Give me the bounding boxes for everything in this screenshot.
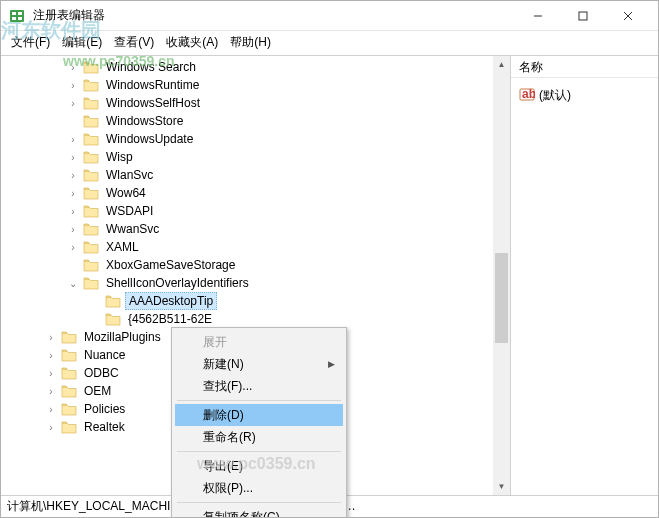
tree-item-label: MozillaPlugins [81, 329, 164, 345]
folder-icon [83, 114, 99, 128]
scroll-thumb[interactable] [495, 253, 508, 343]
tree-item-label: Policies [81, 401, 128, 417]
tree-item[interactable]: XboxGameSaveStorage [3, 256, 510, 274]
string-value-icon: ab [519, 86, 535, 105]
expand-icon[interactable]: › [45, 332, 57, 343]
folder-icon [83, 150, 99, 164]
close-button[interactable] [605, 2, 650, 30]
tree-item-label: WlanSvc [103, 167, 156, 183]
ctx-delete[interactable]: 删除(D) [175, 404, 343, 426]
expand-icon[interactable]: › [67, 242, 79, 253]
tree-item[interactable]: ›Wisp [3, 148, 510, 166]
svg-rect-1 [12, 12, 16, 15]
scroll-track[interactable] [493, 73, 510, 478]
tree-item-label: WindowsSelfHost [103, 95, 203, 111]
folder-icon [83, 204, 99, 218]
scroll-down-button[interactable]: ▼ [493, 478, 510, 495]
ctx-new[interactable]: 新建(N)▶ [175, 353, 343, 375]
tree-item[interactable]: ›Windows Search [3, 58, 510, 76]
tree-item[interactable]: ›WwanSvc [3, 220, 510, 238]
expand-icon[interactable]: › [45, 386, 57, 397]
folder-icon [83, 276, 99, 290]
expand-icon[interactable]: › [45, 404, 57, 415]
folder-icon [61, 348, 77, 362]
expand-icon[interactable]: › [67, 188, 79, 199]
expand-icon[interactable]: › [67, 224, 79, 235]
folder-icon [83, 258, 99, 272]
folder-icon [61, 384, 77, 398]
tree-item-label: Wisp [103, 149, 136, 165]
svg-rect-3 [12, 17, 16, 20]
tree-item[interactable]: ›XAML [3, 238, 510, 256]
expand-icon[interactable]: › [45, 350, 57, 361]
tree-item[interactable]: AAADesktopTip [3, 292, 510, 310]
tree-item[interactable]: ›WindowsUpdate [3, 130, 510, 148]
tree-item[interactable]: WindowsStore [3, 112, 510, 130]
tree-item[interactable]: ›WSDAPI [3, 202, 510, 220]
expand-icon[interactable]: › [67, 62, 79, 73]
list-pane[interactable]: 名称 ab (默认) [511, 56, 658, 495]
list-header-name[interactable]: 名称 [511, 56, 658, 78]
expand-icon[interactable]: › [67, 134, 79, 145]
svg-text:ab: ab [522, 87, 535, 101]
svg-rect-2 [18, 12, 22, 15]
maximize-button[interactable] [560, 2, 605, 30]
expand-icon[interactable]: › [45, 422, 57, 433]
tree-item[interactable]: ›WindowsSelfHost [3, 94, 510, 112]
folder-icon [83, 186, 99, 200]
ctx-rename[interactable]: 重命名(R) [175, 426, 343, 448]
regedit-icon [9, 8, 25, 24]
scroll-up-button[interactable]: ▲ [493, 56, 510, 73]
expand-icon[interactable]: › [67, 206, 79, 217]
menu-view[interactable]: 查看(V) [108, 32, 160, 53]
expand-icon[interactable]: › [67, 98, 79, 109]
tree-item[interactable]: ›Wow64 [3, 184, 510, 202]
folder-icon [61, 366, 77, 380]
tree-item-label: Windows Search [103, 59, 199, 75]
ctx-export[interactable]: 导出(E) [175, 455, 343, 477]
list-item-name: (默认) [539, 87, 571, 104]
tree-item-label: Nuance [81, 347, 128, 363]
window-title: 注册表编辑器 [33, 7, 515, 24]
vertical-scrollbar[interactable]: ▲ ▼ [493, 56, 510, 495]
folder-icon [83, 222, 99, 236]
ctx-find[interactable]: 查找(F)... [175, 375, 343, 397]
tree-item-label: ShellIconOverlayIdentifiers [103, 275, 252, 291]
menu-edit[interactable]: 编辑(E) [56, 32, 108, 53]
expand-icon[interactable]: › [67, 80, 79, 91]
tree-item-label: Realtek [81, 419, 128, 435]
titlebar: 注册表编辑器 [1, 1, 658, 31]
folder-icon [83, 168, 99, 182]
collapse-icon[interactable]: ⌄ [67, 278, 79, 289]
ctx-copy-key-name[interactable]: 复制项名称(C) [175, 506, 343, 518]
separator [177, 451, 341, 452]
menu-help[interactable]: 帮助(H) [224, 32, 277, 53]
tree-item[interactable]: ›WlanSvc [3, 166, 510, 184]
menu-favorites[interactable]: 收藏夹(A) [160, 32, 224, 53]
tree-item-label: ODBC [81, 365, 122, 381]
tree-item-label: WindowsStore [103, 113, 186, 129]
svg-rect-6 [579, 12, 587, 20]
submenu-arrow-icon: ▶ [328, 359, 335, 369]
ctx-expand: 展开 [175, 331, 343, 353]
folder-icon [83, 132, 99, 146]
minimize-button[interactable] [515, 2, 560, 30]
ctx-permissions[interactable]: 权限(P)... [175, 477, 343, 499]
tree-item[interactable]: {4562B511-62E [3, 310, 510, 328]
expand-icon[interactable]: › [45, 368, 57, 379]
context-menu: 展开 新建(N)▶ 查找(F)... 删除(D) 重命名(R) 导出(E) 权限… [171, 327, 347, 518]
expand-icon[interactable]: › [67, 152, 79, 163]
separator [177, 502, 341, 503]
tree-item-label: XAML [103, 239, 142, 255]
menu-file[interactable]: 文件(F) [5, 32, 56, 53]
list-item[interactable]: ab (默认) [517, 84, 652, 107]
tree-item-label: WindowsUpdate [103, 131, 196, 147]
tree-item-label: WSDAPI [103, 203, 156, 219]
folder-icon [83, 78, 99, 92]
folder-icon [83, 96, 99, 110]
tree-item[interactable]: ⌄ShellIconOverlayIdentifiers [3, 274, 510, 292]
expand-icon[interactable]: › [67, 170, 79, 181]
tree-item-label: WwanSvc [103, 221, 162, 237]
folder-icon [61, 420, 77, 434]
tree-item[interactable]: ›WindowsRuntime [3, 76, 510, 94]
